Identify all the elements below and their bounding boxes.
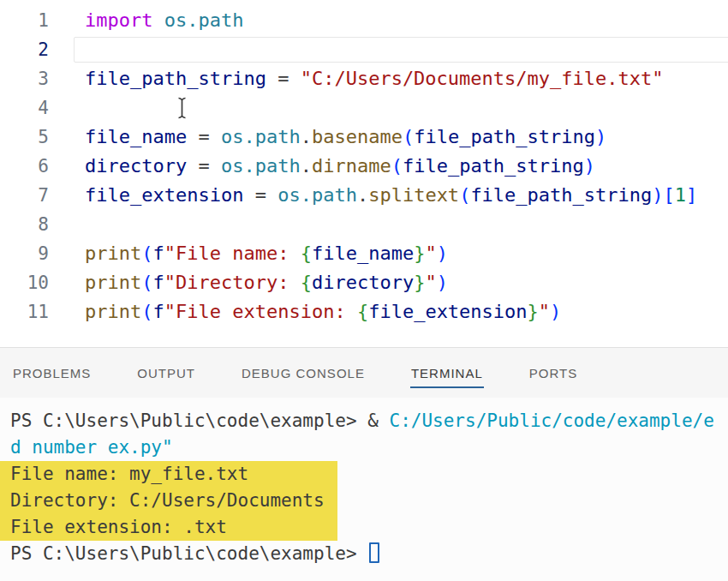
code-token-bracket1: ( — [391, 155, 403, 177]
code-token-bracket1: ) — [550, 301, 561, 322]
code-token-plain: PS C:\Users\Public\code\example> — [10, 543, 367, 564]
terminal-output[interactable]: PS C:\Users\Public\code\example> & C:/Us… — [0, 398, 728, 567]
code-line-8[interactable]: 8 — [0, 210, 728, 239]
code-token-keyword: import — [85, 9, 152, 31]
code-token-string: " — [425, 272, 436, 293]
code-line-5[interactable]: 5file_name = os.path.basename(file_path_… — [0, 123, 728, 152]
code-token-bracket1: ] — [686, 184, 697, 206]
code-line-1[interactable]: 1import os.path — [0, 6, 728, 35]
line-number[interactable]: 8 — [0, 210, 49, 239]
code-token-variable: file_extension — [368, 301, 527, 322]
line-number[interactable]: 4 — [0, 93, 49, 123]
line-content: file_name = os.path.basename(file_path_s… — [85, 123, 606, 152]
panel-tab-output[interactable]: OUTPUT — [136, 358, 196, 388]
code-line-9[interactable]: 9print(f"File name: {file_name}") — [0, 239, 728, 268]
code-editor[interactable]: 1import os.path23file_path_string = "C:/… — [0, 0, 728, 347]
code-token-plain: . — [301, 126, 312, 147]
line-number[interactable]: 1 — [0, 6, 49, 35]
line-number[interactable]: 10 — [0, 268, 49, 297]
panel-tab-bar: PROBLEMSOUTPUTDEBUG CONSOLETERMINALPORTS — [0, 348, 728, 398]
code-token-string: "File extension: — [164, 301, 357, 322]
line-number[interactable]: 2 — [0, 35, 49, 64]
terminal-line-highlighted[interactable]: File extension: .txt — [0, 514, 337, 541]
code-token-string: "File name: — [164, 243, 301, 264]
line-number[interactable]: 5 — [0, 123, 49, 152]
code-line-4[interactable]: 4 — [0, 93, 728, 123]
code-token-string: " — [539, 301, 550, 322]
panel-tab-terminal[interactable]: TERMINAL — [410, 358, 484, 388]
code-token-string: "Directory: — [164, 272, 301, 293]
line-number[interactable]: 9 — [0, 239, 49, 268]
terminal-line[interactable]: d number ex.py" — [10, 434, 728, 461]
line-number[interactable]: 11 — [0, 297, 49, 326]
bottom-panel: PROBLEMSOUTPUTDEBUG CONSOLETERMINALPORTS… — [0, 347, 728, 581]
code-line-7[interactable]: 7file_extension = os.path.splitext(file_… — [0, 181, 728, 210]
code-token-plain: = — [187, 155, 221, 177]
panel-tab-problems[interactable]: PROBLEMS — [12, 358, 92, 388]
code-token-bracket1: ( — [141, 301, 152, 322]
code-token-bracket1: ( — [459, 184, 470, 206]
code-line-10[interactable]: 10print(f"Directory: {directory}") — [0, 268, 728, 297]
code-token-plain: PS C:\Users\Public\code\example> & — [10, 410, 390, 431]
code-token-path: C:/Users/Public/code/example/e — [390, 410, 714, 431]
code-token-module: os.path — [164, 9, 244, 31]
terminal-line-highlighted[interactable]: Directory: C:/Users/Documents — [0, 488, 337, 514]
terminal-line[interactable]: PS C:\Users\Public\code\example> & C:/Us… — [10, 408, 728, 434]
code-token-function: dirname — [312, 155, 391, 177]
code-token-bracket2: { — [301, 243, 312, 264]
code-token-variable: directory — [85, 155, 187, 177]
code-token-module: os.path — [221, 155, 301, 177]
code-token-fprefix: f — [152, 272, 164, 293]
editor-lines: 1import os.path23file_path_string = "C:/… — [0, 0, 728, 326]
line-content: file_path_string = "C:/Users/Documents/m… — [85, 64, 664, 93]
line-content: print(f"File extension: {file_extension}… — [85, 297, 561, 326]
code-token-variable: file_path_string — [85, 68, 266, 89]
line-number[interactable]: 7 — [0, 181, 49, 210]
terminal-line-highlighted[interactable]: File name: my_file.txt — [0, 461, 337, 488]
code-token-variable: file_name — [85, 126, 187, 147]
code-token-bracket1: ) — [595, 126, 606, 147]
line-content: directory = os.path.dirname(file_path_st… — [85, 152, 595, 181]
line-number[interactable]: 3 — [0, 64, 49, 93]
code-token-variable: file_name — [312, 243, 414, 264]
code-token-function: print — [85, 272, 141, 293]
code-token-bracket2: } — [414, 243, 425, 264]
line-content: print(f"File name: {file_name}") — [85, 239, 448, 268]
code-line-3[interactable]: 3file_path_string = "C:/Users/Documents/… — [0, 64, 728, 93]
code-token-function: basename — [312, 126, 403, 147]
code-token-bracket1: ( — [141, 243, 152, 264]
code-token-bracket1: ) — [652, 184, 663, 206]
code-token-plain: = — [187, 126, 221, 147]
code-token-bracket1: ) — [584, 155, 595, 177]
code-token-bracket1: ) — [437, 243, 448, 264]
code-line-2[interactable]: 2 — [0, 35, 728, 64]
code-token-bracket1: [ — [664, 184, 675, 206]
code-token-plain: Directory: C:/Users/Documents — [10, 490, 325, 511]
code-token-bracket2: { — [357, 301, 368, 322]
code-token-plain: File extension: .txt — [10, 517, 227, 537]
code-token-string: "C:/Users/Documents/my_file.txt" — [301, 68, 664, 89]
code-token-bracket1: ( — [141, 272, 152, 293]
line-content: file_extension = os.path.splitext(file_p… — [85, 181, 697, 210]
current-line-highlight — [74, 37, 728, 63]
code-token-bracket2: } — [528, 301, 539, 322]
code-token-bracket2: { — [301, 272, 312, 293]
code-token-function: splitext — [368, 184, 459, 206]
code-line-6[interactable]: 6directory = os.path.dirname(file_path_s… — [0, 152, 728, 181]
code-token-plain: = — [243, 184, 277, 206]
code-token-number: 1 — [675, 184, 686, 206]
code-line-11[interactable]: 11print(f"File extension: {file_extensio… — [0, 297, 728, 326]
panel-tab-ports[interactable]: PORTS — [528, 358, 578, 388]
code-token-bracket2: } — [414, 272, 425, 293]
code-token-variable: file_path_string — [403, 155, 584, 177]
line-content: print(f"Directory: {directory}") — [85, 268, 448, 297]
panel-tab-debug-console[interactable]: DEBUG CONSOLE — [241, 358, 366, 388]
line-number[interactable]: 6 — [0, 152, 49, 181]
terminal-line[interactable]: PS C:\Users\Public\code\example> — [10, 541, 728, 567]
code-token-variable: directory — [312, 272, 414, 293]
terminal-text-cursor — [369, 542, 379, 563]
code-token-plain: File name: my_file.txt — [10, 464, 248, 484]
ibeam-mouse-cursor-icon — [176, 96, 188, 123]
code-token-string: " — [425, 243, 436, 264]
code-token-plain: . — [357, 184, 368, 206]
